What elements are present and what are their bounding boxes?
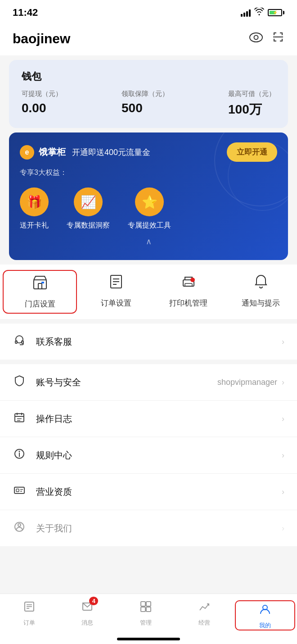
svg-rect-5 xyxy=(41,282,44,283)
list-section-2: 账号与安全 shopvipmanager › 操作日志 › 规则中 xyxy=(0,364,297,546)
svg-rect-4 xyxy=(38,283,42,289)
promo-icon-label-0: 送开卡礼 xyxy=(20,221,49,230)
chevron-right-icon-1: › xyxy=(282,378,284,387)
promo-icon-label-2: 专属提效工具 xyxy=(128,221,171,230)
promo-banner: e 饿掌柜 开通即送400元流量金 立即开通 专享3大权益： 🎁 送开卡礼 📈 … xyxy=(9,132,288,260)
list-label-0: 联系客服 xyxy=(36,336,282,348)
promo-chevron: ∧ xyxy=(20,237,277,247)
store-icon xyxy=(32,274,48,294)
status-time: 11:42 xyxy=(13,7,38,18)
wallet-value-0: 0.00 xyxy=(22,101,62,115)
promo-icon-gift: 🎁 送开卡礼 xyxy=(20,187,49,230)
bottom-stats-icon xyxy=(198,600,211,616)
chevron-right-icon-4: › xyxy=(282,487,284,497)
wallet-value-1: 500 xyxy=(122,101,169,115)
wallet-label-2: 最高可借（元） xyxy=(228,90,275,98)
svg-rect-15 xyxy=(22,341,23,343)
page-title: baojinew xyxy=(13,31,70,46)
status-icons: ⚡ xyxy=(241,8,284,18)
wallet-label-0: 可提现（元） xyxy=(22,90,62,98)
promo-top: e 饿掌柜 开通即送400元流量金 立即开通 xyxy=(20,142,277,162)
list-label-1: 账号与安全 xyxy=(36,376,217,388)
list-item-business-license[interactable]: 营业资质 › xyxy=(0,474,297,510)
chart-icon: 📈 xyxy=(74,187,103,216)
quick-menu-item-printer[interactable]: 打印机管理 xyxy=(152,274,225,310)
bottom-mine-icon xyxy=(259,603,271,619)
eye-icon[interactable] xyxy=(249,32,263,46)
quick-menu-label-0: 门店设置 xyxy=(25,299,55,309)
svg-rect-36 xyxy=(146,602,151,606)
bottom-label-2: 管理 xyxy=(140,619,152,627)
chevron-right-icon-3: › xyxy=(282,451,284,460)
bottom-nav-order[interactable]: 订单 xyxy=(0,600,58,630)
list-item-account-security[interactable]: 账号与安全 shopvipmanager › xyxy=(0,364,297,401)
list-item-rules[interactable]: 规则中心 › xyxy=(0,437,297,474)
promo-icon-tool: ⭐ 专属提效工具 xyxy=(128,187,171,230)
promo-brand: e 饿掌柜 开通即送400元流量金 xyxy=(20,145,150,160)
bottom-nav-mine[interactable]: 我的 xyxy=(235,600,295,630)
list-section: 联系客服 › xyxy=(0,324,297,360)
about-icon xyxy=(13,521,26,535)
quick-menu-label-2: 打印机管理 xyxy=(169,298,207,308)
chevron-right-icon-0: › xyxy=(282,337,284,347)
battery-icon: ⚡ xyxy=(268,9,284,16)
wallet-item-maxloan: 最高可借（元） 100万 xyxy=(228,90,275,118)
wallet-item-guarantee: 领取保障（元） 500 xyxy=(122,90,169,118)
svg-point-30 xyxy=(18,524,21,526)
shield-icon xyxy=(13,375,26,389)
order-settings-icon xyxy=(108,274,124,293)
quick-menu-item-notifications[interactable]: 通知与提示 xyxy=(225,274,297,310)
scan-icon[interactable] xyxy=(272,31,284,46)
svg-rect-37 xyxy=(141,607,145,612)
header: baojinew xyxy=(0,23,297,55)
bottom-message-icon: 4 xyxy=(81,600,94,616)
bottom-label-4: 我的 xyxy=(259,621,271,630)
calendar-icon xyxy=(13,411,26,426)
svg-rect-38 xyxy=(146,607,151,612)
svg-rect-3 xyxy=(34,280,46,289)
info-icon xyxy=(13,448,26,462)
bottom-label-0: 订单 xyxy=(23,619,35,627)
signal-icon xyxy=(241,9,251,17)
list-label-3: 规则中心 xyxy=(36,449,282,461)
promo-subtitle: 专享3大权益： xyxy=(20,168,277,178)
home-indicator xyxy=(117,638,180,640)
printer-icon xyxy=(180,274,197,293)
list-item-customer-service[interactable]: 联系客服 › xyxy=(0,324,297,360)
gift-icon: 🎁 xyxy=(20,187,49,216)
quick-menu-label-1: 订单设置 xyxy=(101,298,131,308)
promo-icons: 🎁 送开卡礼 📈 专属数据洞察 ⭐ 专属提效工具 xyxy=(20,187,277,230)
chevron-up-icon: ∧ xyxy=(146,237,152,247)
wallet-items: 可提现（元） 0.00 领取保障（元） 500 最高可借（元） 100万 xyxy=(22,90,275,118)
wifi-icon xyxy=(254,8,264,18)
quick-menu-item-order[interactable]: 订单设置 xyxy=(80,274,152,310)
svg-rect-14 xyxy=(15,341,17,343)
wallet-item-withdrawable: 可提现（元） 0.00 xyxy=(22,90,62,118)
quick-menu-item-store[interactable]: 门店设置 xyxy=(3,270,77,314)
headset-icon xyxy=(13,334,26,349)
bottom-label-1: 消息 xyxy=(81,619,93,627)
wallet-label-1: 领取保障（元） xyxy=(122,90,169,98)
wallet-card: 钱包 可提现（元） 0.00 领取保障（元） 500 最高可借（元） 100万 xyxy=(9,60,288,128)
quick-menu: 门店设置 订单设置 打印机管理 xyxy=(0,265,297,319)
svg-point-12 xyxy=(190,278,195,282)
bottom-nav-message[interactable]: 4 消息 xyxy=(58,600,117,630)
list-item-about[interactable]: 关于我们 › xyxy=(0,510,297,546)
promo-activate-button[interactable]: 立即开通 xyxy=(227,142,277,162)
message-badge: 4 xyxy=(89,597,98,605)
bottom-order-icon xyxy=(23,600,36,616)
svg-point-1 xyxy=(254,36,258,40)
status-bar: 11:42 ⚡ xyxy=(0,0,297,23)
wallet-value-2: 100万 xyxy=(228,101,275,118)
promo-icon-label-1: 专属数据洞察 xyxy=(67,221,110,230)
svg-rect-35 xyxy=(141,602,145,606)
bottom-nav-manage[interactable]: 管理 xyxy=(117,600,175,630)
promo-tagline: 开通即送400元流量金 xyxy=(72,147,150,158)
list-item-operation-log[interactable]: 操作日志 › xyxy=(0,401,297,437)
bottom-nav: 订单 4 消息 管理 xyxy=(0,594,297,644)
bottom-nav-stats[interactable]: 经营 xyxy=(175,600,234,630)
header-icons xyxy=(249,31,284,46)
list-label-4: 营业资质 xyxy=(36,486,282,498)
svg-point-0 xyxy=(250,33,262,42)
bell-icon xyxy=(253,274,269,293)
